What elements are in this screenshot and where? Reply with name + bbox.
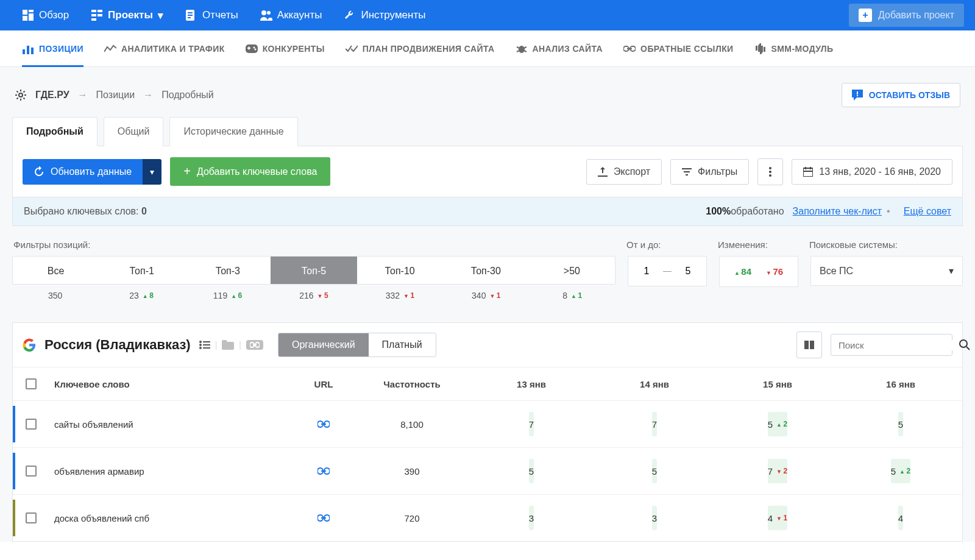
refresh-icon (34, 166, 44, 177)
frequency-cell: 720 (354, 495, 470, 541)
tab-organic[interactable]: Органический (278, 333, 369, 356)
subtab-general[interactable]: Общий (104, 117, 164, 146)
nav-accounts[interactable]: Аккаунты (249, 0, 333, 30)
feedback-label: ОСТАВИТЬ ОТЗЫВ (869, 90, 950, 100)
add-keywords-button[interactable]: + Добавить ключевые слова (170, 157, 330, 186)
feedback-button[interactable]: ОСТАВИТЬ ОТЗЫВ (842, 83, 960, 107)
range-to-input[interactable] (679, 266, 697, 277)
filters-changes-label: Изменения: (718, 239, 809, 250)
top-nav: Обзор Проекты ▾ Отчеты Аккаунты Инструме… (0, 0, 975, 30)
dash-icon (663, 271, 672, 272)
nav-reports[interactable]: Отчеты (174, 0, 249, 30)
position-filter-2[interactable]: Топ-3 (185, 257, 271, 284)
more-button[interactable] (757, 158, 783, 185)
refresh-button[interactable]: Обновить данные (23, 159, 143, 185)
svg-rect-7 (98, 10, 102, 12)
nav-projects-label: Проекты (108, 9, 153, 21)
th-frequency[interactable]: Частотность (354, 367, 470, 400)
filters-button[interactable]: Фильтры (670, 159, 749, 185)
tab-paid[interactable]: Платный (369, 333, 436, 356)
position-filter-1[interactable]: Топ-1 (99, 257, 185, 284)
tab-backlinks[interactable]: ОБРАТНЫЕ ССЫЛКИ (623, 30, 733, 66)
search-icon[interactable] (959, 339, 970, 350)
url-link-icon[interactable] (317, 514, 330, 522)
filters-labels: Фильтры позиций: От и до: Изменения: Пои… (12, 226, 963, 256)
url-link-icon[interactable] (317, 420, 330, 428)
url-link-icon[interactable] (317, 467, 330, 475)
position-filter-0[interactable]: Все (13, 257, 99, 284)
position-filter-3[interactable]: Топ-5 (271, 257, 356, 284)
nav-overview[interactable]: Обзор (11, 0, 80, 30)
tab-analytics[interactable]: АНАЛИТИКА И ТРАФИК (104, 30, 225, 66)
position-filter-6[interactable]: >50 (529, 257, 615, 284)
svg-rect-8 (98, 14, 102, 16)
svg-rect-1 (29, 10, 34, 12)
svg-point-38 (769, 171, 771, 173)
columns-button[interactable] (796, 331, 822, 358)
tab-backlinks-label: ОБРАТНЫЕ ССЫЛКИ (640, 44, 733, 54)
breadcrumb-positions[interactable]: Позиции (96, 90, 135, 101)
link-pill-icon[interactable] (246, 340, 263, 350)
tab-positions[interactable]: ПОЗИЦИИ (22, 30, 83, 66)
select-all-checkbox[interactable] (26, 378, 37, 389)
position-cell: 7 (652, 412, 657, 436)
link-icon (623, 43, 636, 55)
th-date-0[interactable]: 13 янв (470, 367, 593, 400)
svg-rect-42 (810, 167, 811, 169)
th-url[interactable]: URL (293, 367, 354, 400)
th-keyword[interactable]: Ключевое слово (49, 367, 293, 400)
nav-tools[interactable]: Инструменты (333, 0, 436, 30)
info-processed: обработано (731, 206, 784, 217)
row-checkbox[interactable] (26, 419, 37, 430)
plus-icon: + (859, 9, 872, 22)
th-date-1[interactable]: 14 янв (593, 367, 716, 400)
keyword-cell[interactable]: доска объявлений спб (49, 495, 293, 541)
table-header: Ключевое слово URL Частотность 13 янв 14… (13, 367, 962, 400)
subtab-historical[interactable]: Исторические данные (169, 117, 297, 146)
projects-icon (91, 9, 103, 21)
nav-accounts-label: Аккаунты (277, 9, 322, 21)
svg-rect-36 (686, 174, 688, 175)
th-date-3[interactable]: 16 янв (839, 367, 962, 400)
position-cell: 41 (768, 506, 787, 530)
position-filter-4[interactable]: Топ-10 (357, 257, 443, 284)
tab-smm-label: SMM-МОДУЛЬ (771, 44, 834, 54)
keyword-cell[interactable]: сайты объявлений (49, 401, 293, 447)
search-input[interactable] (838, 340, 954, 350)
svg-rect-11 (188, 15, 193, 16)
tab-analysis[interactable]: АНАЛИЗ САЙТА (516, 30, 603, 66)
upload-icon (598, 167, 608, 177)
tab-promotion[interactable]: ПЛАН ПРОДВИЖЕНИЯ САЙТА (346, 30, 495, 66)
date-range-button[interactable]: 13 янв, 2020 - 16 янв, 2020 (792, 159, 952, 185)
list-icon[interactable] (199, 341, 210, 349)
info-checklist-link[interactable]: Заполните чек-лист (793, 206, 882, 217)
svg-rect-49 (203, 347, 210, 349)
position-cell: 52 (891, 459, 910, 483)
position-filter-5[interactable]: Топ-30 (443, 257, 529, 284)
tab-competitors[interactable]: КОНКУРЕНТЫ (246, 30, 325, 66)
th-date-2[interactable]: 15 янв (716, 367, 839, 400)
range-from-input[interactable] (637, 266, 656, 277)
position-stats: 350238119621653321340181 (12, 291, 615, 300)
bug-icon (516, 43, 528, 55)
folder-icon[interactable] (222, 340, 234, 350)
svg-rect-12 (188, 17, 191, 18)
breadcrumb-site[interactable]: ГДЕ.РУ (35, 90, 69, 101)
nav-projects[interactable]: Проекты ▾ (80, 0, 174, 30)
keyword-cell[interactable]: объявления армавир (49, 448, 293, 494)
svg-point-45 (199, 344, 202, 346)
subtab-detailed[interactable]: Подробный (12, 117, 98, 146)
refresh-dropdown[interactable]: ▾ (143, 159, 161, 185)
position-cell: 5 (529, 459, 534, 483)
search-systems-select[interactable]: Все ПС ▾ (810, 256, 963, 286)
position-cell: 5 (652, 459, 657, 483)
gear-icon[interactable] (15, 89, 27, 101)
row-checkbox[interactable] (26, 512, 37, 523)
export-button[interactable]: Экспорт (586, 159, 662, 185)
nav-tools-label: Инструменты (361, 9, 425, 21)
info-more-link[interactable]: Ещё совет (904, 206, 951, 217)
row-checkbox[interactable] (26, 466, 37, 477)
filters-label: Фильтры (698, 166, 737, 177)
add-project-button[interactable]: + Добавить проект (849, 4, 964, 27)
tab-smm[interactable]: SMM-МОДУЛЬ (754, 30, 834, 66)
